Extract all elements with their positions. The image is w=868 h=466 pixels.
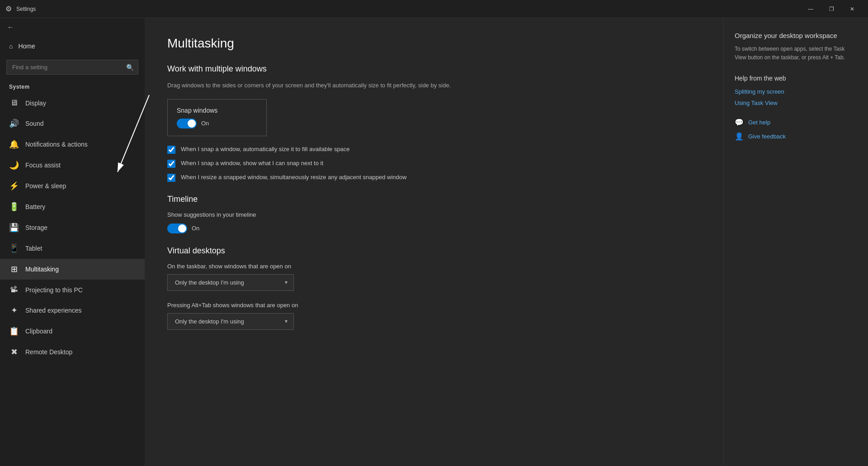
notifications-icon: 🔔: [9, 139, 19, 149]
sidebar-section-title: System: [0, 80, 145, 93]
sidebar-item-label-focus: Focus assist: [25, 162, 61, 169]
sidebar-item-label-sound: Sound: [25, 120, 43, 127]
window-controls: — ❐ ✕: [800, 0, 863, 18]
alttab-label: Pressing Alt+Tab shows windows that are …: [167, 302, 696, 309]
sidebar-item-notifications[interactable]: 🔔 Notifications & actions: [0, 134, 145, 155]
section-title-multiple-windows: Work with multiple windows: [167, 64, 696, 74]
sidebar-item-clipboard[interactable]: 📋 Clipboard: [0, 321, 145, 342]
title-bar: ⚙ Settings — ❐ ✕: [0, 0, 868, 18]
power-icon: ⚡: [9, 181, 19, 191]
sidebar-item-label-clipboard: Clipboard: [25, 328, 52, 335]
help-link-splitting[interactable]: Splitting my screen: [735, 88, 857, 95]
title-bar-title: Settings: [16, 6, 36, 12]
sidebar-item-multitasking[interactable]: ⊞ Multitasking: [0, 259, 145, 280]
help-section-title: Help from the web: [735, 75, 857, 82]
checkbox-item-1: When I snap a window, automatically size…: [167, 145, 484, 154]
clipboard-icon: 📋: [9, 326, 19, 336]
restore-button[interactable]: ❐: [821, 0, 842, 18]
tablet-icon: 📱: [9, 243, 19, 253]
snap-windows-toggle[interactable]: [177, 119, 197, 128]
get-help-action[interactable]: 💬 Get help: [735, 118, 857, 127]
sidebar-item-storage[interactable]: 💾 Storage: [0, 217, 145, 238]
timeline-desc: Show suggestions in your timeline: [167, 211, 696, 218]
checkbox-item-3: When I resize a snapped window, simultan…: [167, 173, 484, 182]
organize-desc: To switch between open apps, select the …: [735, 45, 857, 62]
projecting-icon: 📽: [9, 285, 19, 295]
checkbox-2[interactable]: [167, 160, 175, 168]
sidebar-item-label-notifications: Notifications & actions: [25, 141, 88, 148]
search-icon: 🔍: [126, 64, 134, 71]
taskbar-dropdown[interactable]: Only the desktop I'm using All desktops: [167, 274, 294, 291]
timeline-toggle[interactable]: [167, 223, 187, 233]
checkbox-1[interactable]: [167, 146, 175, 154]
sidebar-item-label-battery: Battery: [25, 203, 45, 210]
sound-icon: 🔊: [9, 119, 19, 128]
section-title-timeline: Timeline: [167, 195, 696, 204]
settings-icon: ⚙: [5, 5, 12, 13]
sidebar-item-label-shared: Shared experiences: [25, 307, 82, 314]
give-feedback-icon: 👤: [735, 132, 744, 141]
search-input[interactable]: [6, 60, 138, 75]
multitasking-icon: ⊞: [9, 264, 19, 274]
checkbox-label-3[interactable]: When I resize a snapped window, simultan…: [181, 173, 406, 181]
minimize-button[interactable]: —: [800, 0, 821, 18]
sidebar-item-label-tablet: Tablet: [25, 245, 42, 252]
alttab-dropdown[interactable]: Only the desktop I'm using All desktops: [167, 313, 294, 330]
sidebar-item-tablet[interactable]: 📱 Tablet: [0, 238, 145, 259]
home-label: Home: [18, 43, 35, 50]
organize-title: Organize your desktop workspace: [735, 32, 857, 39]
sidebar-item-power[interactable]: ⚡ Power & sleep: [0, 176, 145, 196]
sidebar-item-remote[interactable]: ✖ Remote Desktop: [0, 342, 145, 362]
sidebar-item-label-display: Display: [25, 100, 46, 107]
sidebar-item-label-storage: Storage: [25, 224, 47, 231]
sidebar-item-projecting[interactable]: 📽 Projecting to this PC: [0, 280, 145, 300]
sidebar-item-display[interactable]: 🖥 Display: [0, 93, 145, 113]
sidebar-item-label-projecting: Projecting to this PC: [25, 286, 83, 294]
page-title: Multitasking: [167, 36, 696, 51]
close-button[interactable]: ✕: [842, 0, 863, 18]
timeline-toggle-label: On: [192, 225, 199, 232]
get-help-label: Get help: [748, 119, 770, 126]
section-desc-multiple-windows: Drag windows to the sides or corners of …: [167, 81, 484, 90]
sidebar-item-home[interactable]: ⌂ Home: [0, 36, 145, 56]
sidebar: ← ⌂ Home 🔍 System 🖥 Display 🔊 Sound 🔔 No…: [0, 18, 145, 466]
remote-icon: ✖: [9, 347, 19, 357]
focus-icon: 🌙: [9, 160, 19, 170]
home-icon: ⌂: [9, 43, 13, 50]
taskbar-dropdown-wrapper: Only the desktop I'm using All desktops …: [167, 274, 294, 291]
help-link-taskview[interactable]: Using Task View: [735, 100, 857, 106]
checkbox-label-1[interactable]: When I snap a window, automatically size…: [181, 145, 350, 153]
main-content: Multitasking Work with multiple windows …: [145, 18, 723, 466]
get-help-icon: 💬: [735, 118, 744, 127]
display-icon: 🖥: [9, 98, 19, 108]
back-button[interactable]: ←: [0, 18, 145, 36]
give-feedback-label: Give feedback: [748, 133, 786, 140]
sidebar-item-label-multitasking: Multitasking: [25, 266, 59, 273]
sidebar-item-sound[interactable]: 🔊 Sound: [0, 113, 145, 134]
shared-icon: ✦: [9, 305, 19, 315]
sidebar-item-focus[interactable]: 🌙 Focus assist: [0, 155, 145, 176]
snap-windows-box: Snap windows On: [167, 99, 267, 136]
sidebar-item-shared[interactable]: ✦ Shared experiences: [0, 300, 145, 321]
back-icon: ←: [7, 24, 14, 31]
alttab-dropdown-wrapper: Only the desktop I'm using All desktops …: [167, 313, 294, 330]
sidebar-item-label-power: Power & sleep: [25, 182, 66, 190]
snap-windows-toggle-label: On: [201, 120, 209, 127]
give-feedback-action[interactable]: 👤 Give feedback: [735, 132, 857, 141]
right-panel: Organize your desktop workspace To switc…: [723, 18, 868, 466]
taskbar-label: On the taskbar, show windows that are op…: [167, 263, 696, 270]
sidebar-item-battery[interactable]: 🔋 Battery: [0, 196, 145, 217]
checkbox-item-2: When I snap a window, show what I can sn…: [167, 159, 484, 168]
storage-icon: 💾: [9, 223, 19, 233]
checkbox-label-2[interactable]: When I snap a window, show what I can sn…: [181, 159, 323, 167]
battery-icon: 🔋: [9, 202, 19, 212]
checkbox-3[interactable]: [167, 174, 175, 182]
sidebar-item-label-remote: Remote Desktop: [25, 348, 72, 356]
section-title-virtual-desktops: Virtual desktops: [167, 246, 696, 256]
snap-windows-title: Snap windows: [177, 107, 257, 114]
search-box: 🔍: [6, 60, 138, 75]
